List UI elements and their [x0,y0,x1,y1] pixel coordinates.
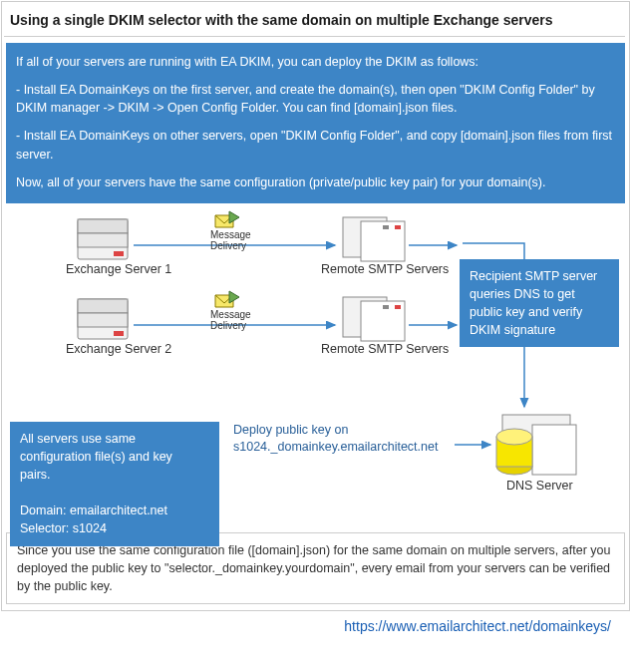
svg-marker-17 [229,211,239,223]
callout-line: Selector: s1024 [20,521,107,535]
svg-rect-2 [78,233,128,247]
callout-line: All servers use same [20,432,136,446]
intro-p1: If all of your servers are running with … [16,53,615,71]
label-exchange1: Exchange Server 1 [66,262,171,276]
deploy-line: s1024._domainkey.emailarchitect.net [233,440,438,454]
server-icon [78,219,128,259]
label-msg1: Message Delivery [210,229,251,251]
remote-server-icon [343,217,405,261]
svg-rect-21 [532,425,576,475]
svg-marker-19 [229,291,239,303]
source-link[interactable]: https://www.emailarchitect.net/domainkey… [0,612,631,636]
intro-p4: Now, all of your servers have the same c… [16,173,615,191]
svg-rect-6 [78,313,128,327]
envelope-icon [215,211,239,227]
page-title: Using a single DKIM selector with the sa… [2,2,629,36]
document-frame: Using a single DKIM selector with the sa… [1,1,630,611]
svg-rect-14 [395,305,401,309]
callout-line: Domain: emailarchitect.net [20,504,167,517]
remote-server-icon [343,297,405,341]
callout-line: queries DNS to get [470,287,575,301]
svg-point-24 [496,429,532,445]
divider [4,36,625,37]
callout-line: pairs. [20,468,51,482]
intro-box: If all of your servers are running with … [6,43,625,203]
svg-rect-5 [78,299,128,313]
callout-left: All servers use same configuration file(… [10,422,219,546]
callout-line: DKIM signature [470,323,555,337]
deploy-text: Deploy public key on s1024._domainkey.em… [233,422,463,457]
callout-line: public key and verify [470,305,582,319]
dns-server-icon [496,415,576,475]
label-msg2: Message Delivery [210,309,251,331]
envelope-icon [215,291,239,307]
svg-rect-10 [395,225,401,229]
label-remote1: Remote SMTP Servers [321,262,449,276]
deploy-line: Deploy public key on [233,423,348,437]
label-exchange2: Exchange Server 2 [66,342,171,356]
svg-rect-3 [114,251,124,256]
svg-rect-15 [383,305,389,309]
callout-line: configuration file(s) and key [20,450,172,464]
diagram-area: Exchange Server 1 Exchange Server 2 Mess… [6,207,627,526]
callout-right: Recipient SMTP server queries DNS to get… [460,259,619,348]
svg-rect-1 [78,219,128,233]
intro-p2: - Install EA DomainKeys on the first ser… [16,81,615,117]
callout-line: Recipient SMTP server [470,269,597,283]
label-dns: DNS Server [506,479,573,493]
intro-p3: - Install EA DomainKeys on other servers… [16,127,615,163]
label-remote2: Remote SMTP Servers [321,342,449,356]
svg-rect-7 [114,331,124,336]
server-icon [78,299,128,339]
svg-rect-11 [383,225,389,229]
